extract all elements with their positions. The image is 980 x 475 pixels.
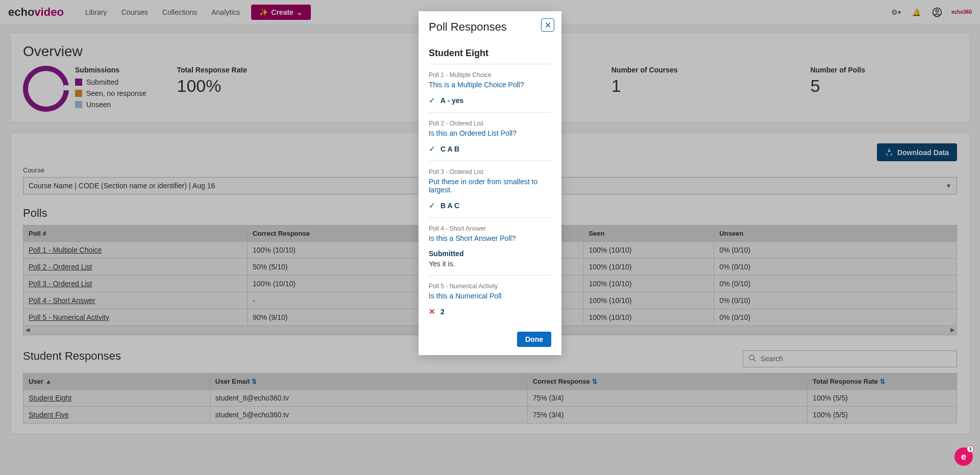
fab-badge: 3 xyxy=(967,445,974,453)
poll-question: This is a Multiple Choice Poll? xyxy=(429,81,551,89)
poll-id: Poll 3 - Ordered List xyxy=(429,168,551,176)
modal-student-name: Student Eight xyxy=(429,48,551,64)
short-answer-status: Submitted xyxy=(429,249,551,258)
modal-close-button[interactable]: ✕ xyxy=(541,18,554,32)
poll-id: Poll 4 - Short Answer xyxy=(429,225,551,232)
poll-answer: 2 xyxy=(440,308,445,316)
poll-question: Is this an Ordered List Poll? xyxy=(429,129,551,137)
done-button[interactable]: Done xyxy=(517,332,551,347)
poll-answer: A - yes xyxy=(440,96,463,105)
x-icon: ✕ xyxy=(429,307,435,316)
poll-answer: C A B xyxy=(440,145,459,153)
modal-poll-block: Poll 1 - Multiple ChoiceThis is a Multip… xyxy=(429,64,551,113)
fab-letter: e xyxy=(961,452,966,455)
poll-question: Put these in order from smallest to larg… xyxy=(429,178,551,194)
modal-poll-block: Poll 5 - Numerical ActivityIs this a Num… xyxy=(429,276,551,323)
poll-id: Poll 5 - Numerical Activity xyxy=(429,283,551,290)
poll-id: Poll 2 - Ordered List xyxy=(429,120,551,127)
poll-question: Is this a Short Answer Poll? xyxy=(429,234,551,242)
modal-title: Poll Responses xyxy=(429,20,551,34)
modal-poll-block: Poll 2 - Ordered ListIs this an Ordered … xyxy=(429,113,551,161)
poll-answer: B A C xyxy=(440,202,459,210)
poll-id: Poll 1 - Multiple Choice xyxy=(429,71,551,79)
modal-overlay[interactable]: Poll Responses ✕ Student Eight Poll 1 - … xyxy=(0,0,980,455)
short-answer-text: Yes it is. xyxy=(429,260,551,268)
modal-poll-block: Poll 4 - Short AnswerIs this a Short Ans… xyxy=(429,218,551,276)
poll-responses-modal: Poll Responses ✕ Student Eight Poll 1 - … xyxy=(419,11,561,355)
close-icon: ✕ xyxy=(545,20,551,30)
poll-question: Is this a Numerical Poll xyxy=(429,292,551,300)
modal-poll-block: Poll 3 - Ordered ListPut these in order … xyxy=(429,161,551,218)
check-icon: ✓ xyxy=(429,144,435,154)
check-icon: ✓ xyxy=(429,96,435,105)
check-icon: ✓ xyxy=(429,201,435,210)
